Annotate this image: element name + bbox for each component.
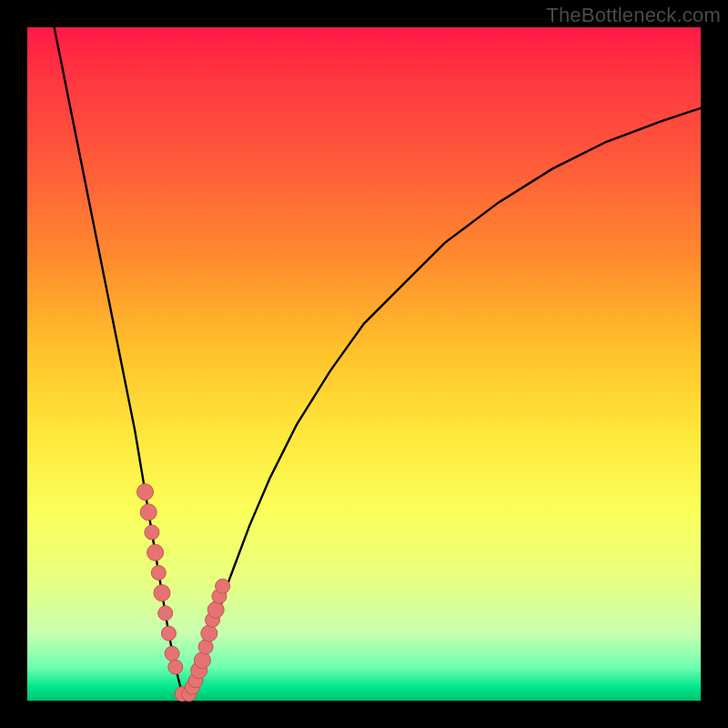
marker-dot [137,484,154,500]
marker-dot [158,606,173,621]
marker-dot [165,646,179,661]
marker-dot [194,652,210,669]
marker-dot [168,660,183,674]
marker-dot [216,579,230,593]
watermark-text: TheBottleneck.com [546,4,721,27]
marker-dot [201,625,217,642]
marker-dot [207,602,224,618]
chart-frame: TheBottleneck.com [0,0,728,728]
marker-dot [151,565,166,580]
marker-dot [140,504,157,521]
marker-dot [145,525,159,540]
bottleneck-curve [55,27,701,694]
plot-area [27,27,701,701]
chart-svg [27,27,701,701]
marker-dot [154,585,170,602]
marker-dot [147,544,164,561]
marker-group [137,484,230,702]
marker-dot [161,626,176,641]
